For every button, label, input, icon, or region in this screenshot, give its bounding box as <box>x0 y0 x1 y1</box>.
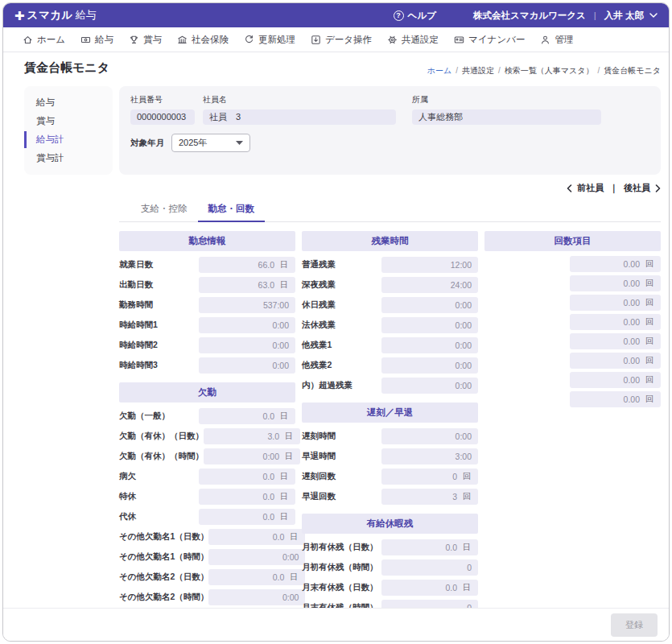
field-row: 病欠0.0日 <box>119 466 295 486</box>
field-value: 0.00回 <box>570 333 661 349</box>
register-button[interactable]: 登録 <box>611 613 658 637</box>
field-value-number: 0.00 <box>624 298 640 308</box>
nav-item-home[interactable]: ホーム <box>23 34 65 46</box>
section-header: 勤怠情報 <box>119 231 295 251</box>
sidebar-item-shoyo[interactable]: 賞与 <box>24 113 113 130</box>
field-value-number: 24:00 <box>451 280 472 290</box>
nav-bar: ホーム給与賞与社会保険更新処理データ操作共通設定マイナンバー管理 <box>3 27 669 52</box>
next-employee-label: 後社員 <box>624 182 650 194</box>
field-unit: 回 <box>463 471 472 482</box>
field-row: 特休0.0日 <box>119 486 295 506</box>
field-unit: 日 <box>290 531 299 543</box>
field-value-number: 0.00 <box>624 259 640 269</box>
field-unit: 回 <box>645 355 654 366</box>
field-label: 就業日数 <box>119 259 153 270</box>
field-label: 欠勤（一般） <box>119 411 170 422</box>
field-value: 3:00 <box>381 448 478 464</box>
field-value: 0.00回 <box>570 314 661 330</box>
field-value: 0.00回 <box>570 391 661 407</box>
field-row: 早退回数3回 <box>302 486 478 506</box>
breadcrumb-item[interactable]: ホーム <box>427 66 451 75</box>
field-value-number: 0:00 <box>263 452 279 461</box>
field-label: 月初有休残（時間） <box>302 562 378 573</box>
app-logo[interactable]: ✚スマカル給与 <box>14 8 97 23</box>
field-row: 時給時間20:00 <box>119 335 295 355</box>
field-label: 出勤日数 <box>119 279 153 291</box>
field-value-number: 0:00 <box>456 320 472 330</box>
header-right: ? ヘルプ 株式会社スマカルワークス | 入井 太郎 <box>394 10 658 22</box>
field-employee-name: 社員名社員 3 <box>203 94 396 125</box>
person-icon <box>540 35 550 45</box>
field-value: 24:00 <box>381 277 478 293</box>
field-value: 0.00回 <box>570 256 661 272</box>
nav-item-data-ops[interactable]: データ操作 <box>311 34 372 46</box>
trophy-icon <box>129 35 139 45</box>
field-department: 所属人事総務部 <box>412 94 601 125</box>
app-header: ✚スマカル給与 ? ヘルプ 株式会社スマカルワークス | 入井 太郎 <box>3 3 669 27</box>
nav-item-bonus[interactable]: 賞与 <box>129 34 162 46</box>
user-menu[interactable]: 入井 太郎 <box>604 10 658 22</box>
field-value: 63.0日 <box>199 277 295 293</box>
help-icon: ? <box>394 10 404 21</box>
field-value: 0.0日 <box>381 539 478 555</box>
field-row: その他欠勤名2（時間）0:00 <box>119 587 295 607</box>
field-value-number: 0.0 <box>273 572 285 582</box>
field-value-number: 0.0 <box>273 532 285 542</box>
field-value-number: 0:00 <box>273 320 289 330</box>
field-unit: 回 <box>645 336 654 347</box>
field-value: 0:00 <box>381 297 478 313</box>
next-employee-button[interactable]: 後社員 <box>624 182 661 194</box>
field-row: 0.00回 <box>484 293 661 312</box>
field-value: 0:00日 <box>204 448 300 464</box>
field-value: 0000000003 <box>130 109 195 125</box>
field-label: 他残業1 <box>302 340 332 351</box>
field-value: 0:00 <box>381 357 478 374</box>
nav-item-salary[interactable]: 給与 <box>80 34 113 46</box>
field-value: 0.0日 <box>381 580 478 596</box>
field-value: 0.0日 <box>199 408 295 424</box>
content-column: 残業時間普通残業12:00深夜残業24:00休日残業0:00法休残業0:00他残… <box>302 231 478 608</box>
field-value: 0.00回 <box>570 353 661 369</box>
sidebar-item-kyuyo[interactable]: 給与 <box>24 94 113 111</box>
field-label: 内）超過残業 <box>302 380 352 391</box>
tab-attendance-counts[interactable]: 勤怠・回数 <box>198 196 266 222</box>
field-unit: 日 <box>280 259 289 270</box>
tab-pay-deduction[interactable]: 支給・控除 <box>130 196 198 222</box>
breadcrumb: ホーム/共通設定/検索一覧（人事マスタ）/賃金台帳モニタ <box>427 60 661 76</box>
field-value: 3.0日 <box>204 428 300 444</box>
field-unit: 日 <box>280 471 289 482</box>
field-label: 遅刻回数 <box>302 471 336 482</box>
field-label: 時給時間1 <box>119 320 158 331</box>
breadcrumb-item: 共通設定 <box>462 66 494 75</box>
download-icon <box>311 35 321 45</box>
field-row: その他欠勤名2（日数）0.0日 <box>119 567 295 587</box>
breadcrumb-item: 賃金台帳モニタ <box>604 66 661 75</box>
field-label: その他欠勤名1（時間） <box>119 551 208 563</box>
plus-icon: ✚ <box>14 10 25 22</box>
nav-item-update[interactable]: 更新処理 <box>244 34 295 46</box>
nav-item-admin[interactable]: 管理 <box>540 34 573 46</box>
field-row: 代休0.0日 <box>119 506 295 526</box>
field-row: 0.00回 <box>484 351 661 370</box>
period-value: 2025年 <box>179 137 207 149</box>
nav-item-social-insurance[interactable]: 社会保険 <box>177 34 229 46</box>
field-row: 月初有休残（日数）0.0日 <box>302 537 478 557</box>
help-button[interactable]: ? ヘルプ <box>394 10 436 22</box>
tab-bar: 支給・控除勤怠・回数 <box>119 196 661 222</box>
breadcrumb-separator: / <box>498 66 501 75</box>
period-select[interactable]: 2025年 <box>171 134 250 152</box>
prev-employee-button[interactable]: 前社員 <box>567 182 604 194</box>
field-unit: 日 <box>280 511 289 522</box>
nav-item-settings[interactable]: 共通設定 <box>387 34 439 46</box>
field-value-number: 0.0 <box>262 492 274 502</box>
field-row: 深夜残業24:00 <box>302 275 478 295</box>
field-value: 0:00 <box>208 589 305 605</box>
nav-item-my-number[interactable]: マイナンバー <box>454 34 525 46</box>
field-unit: 日 <box>463 542 472 553</box>
sidebar-item-kyuyo-kei[interactable]: 給与計 <box>24 131 113 148</box>
field-row: その他欠勤名1（日数）0.0日 <box>119 526 295 547</box>
sidebar-item-shoyo-kei[interactable]: 賞与計 <box>24 150 113 167</box>
app-window: ✚スマカル給与 ? ヘルプ 株式会社スマカルワークス | 入井 太郎 ホーム給与… <box>2 2 670 642</box>
period-label: 対象年月 <box>130 138 164 149</box>
field-value-number: 0:00 <box>456 431 472 441</box>
